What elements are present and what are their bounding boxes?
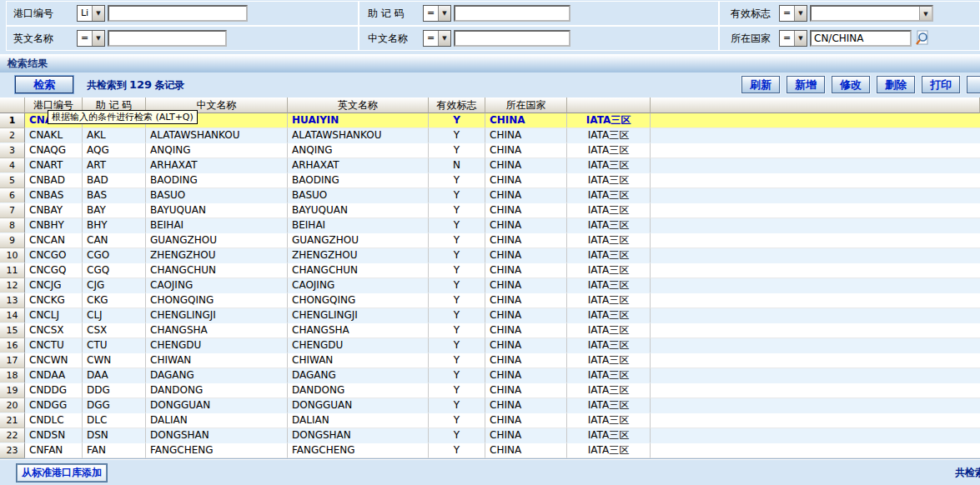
cell-mnemonic[interactable]: BAS bbox=[83, 188, 146, 203]
cell-country[interactable]: CHINA bbox=[485, 323, 567, 338]
cell-country[interactable]: CHINA bbox=[485, 158, 567, 173]
cell-iata-zone[interactable]: IATA三区 bbox=[567, 173, 651, 188]
cell-english-name[interactable]: DONGSHAN bbox=[288, 428, 429, 443]
cell-country[interactable]: CHINA bbox=[485, 413, 567, 428]
table-row[interactable]: 8CNBHYBHYBEIHAIBEIHAIYCHINAIATA三区 bbox=[0, 218, 980, 233]
cell-port-code[interactable]: CNBAY bbox=[25, 203, 83, 218]
cell-english-name[interactable]: DALIAN bbox=[288, 413, 429, 428]
cell-valid-flag[interactable]: Y bbox=[429, 398, 485, 413]
cell-mnemonic[interactable]: CGO bbox=[83, 248, 146, 263]
cell-mnemonic[interactable]: BHY bbox=[83, 218, 146, 233]
cell-chinese-name[interactable]: ALATAWSHANKOU bbox=[146, 128, 288, 143]
cell-country[interactable]: CHINA bbox=[485, 293, 567, 308]
lookup-magnifier-icon[interactable] bbox=[914, 30, 931, 47]
row-number[interactable]: 9 bbox=[0, 233, 25, 248]
table-row[interactable]: 2CNAKLAKLALATAWSHANKOUALATAWSHANKOUYCHIN… bbox=[0, 128, 980, 143]
valid-flag-select[interactable]: ▼ bbox=[810, 5, 933, 22]
cell-mnemonic[interactable]: CGQ bbox=[83, 263, 146, 278]
cell-valid-flag[interactable]: Y bbox=[429, 218, 485, 233]
cell-mnemonic[interactable]: CTU bbox=[83, 338, 146, 353]
cell-valid-flag[interactable]: Y bbox=[429, 143, 485, 158]
cell-chinese-name[interactable]: BASUO bbox=[146, 188, 288, 203]
cell-port-code[interactable]: CNAQG bbox=[25, 143, 83, 158]
cell-mnemonic[interactable]: DGG bbox=[83, 398, 146, 413]
cell-chinese-name[interactable]: DONGSHAN bbox=[146, 428, 288, 443]
cell-english-name[interactable]: BAYUQUAN bbox=[288, 203, 429, 218]
table-row[interactable]: 4CNARTARTARHAXATARHAXATNCHINAIATA三区 bbox=[0, 158, 980, 173]
port-code-operator-combo[interactable]: Li ▼ bbox=[77, 5, 105, 22]
english-name-input[interactable] bbox=[108, 30, 227, 47]
search-button[interactable]: 检索 bbox=[15, 76, 73, 93]
row-number[interactable]: 4 bbox=[0, 158, 25, 173]
cell-country[interactable]: CHINA bbox=[485, 188, 567, 203]
cell-mnemonic[interactable]: DAA bbox=[83, 368, 146, 383]
cell-valid-flag[interactable]: Y bbox=[429, 428, 485, 443]
mnemonic-input[interactable] bbox=[454, 5, 570, 22]
cell-country[interactable]: CHINA bbox=[485, 338, 567, 353]
cell-mnemonic[interactable]: FAN bbox=[83, 443, 146, 458]
cell-port-code[interactable]: CNCKG bbox=[25, 293, 83, 308]
row-number[interactable]: 13 bbox=[0, 293, 25, 308]
table-row[interactable]: 23CNFANFANFANGCHENGFANGCHENGYCHINAIATA三区 bbox=[0, 443, 980, 458]
cell-mnemonic[interactable]: CSX bbox=[83, 323, 146, 338]
cell-english-name[interactable]: BASUO bbox=[288, 188, 429, 203]
cell-country[interactable]: CHINA bbox=[485, 248, 567, 263]
cell-english-name[interactable]: ANQING bbox=[288, 143, 429, 158]
row-number[interactable]: 5 bbox=[0, 173, 25, 188]
cell-iata-zone[interactable]: IATA三区 bbox=[567, 413, 651, 428]
table-row[interactable]: 20CNDGGDGGDONGGUANDONGGUANYCHINAIATA三区 bbox=[0, 398, 980, 413]
cell-chinese-name[interactable]: CHANGCHUN bbox=[146, 263, 288, 278]
chevron-down-icon[interactable]: ▼ bbox=[438, 31, 450, 46]
table-row[interactable]: 16CNCTUCTUCHENGDUCHENGDUYCHINAIATA三区 bbox=[0, 338, 980, 353]
cell-port-code[interactable]: CNCGO bbox=[25, 248, 83, 263]
cell-english-name[interactable]: HUAIYIN bbox=[288, 113, 429, 128]
cell-valid-flag[interactable]: Y bbox=[429, 173, 485, 188]
cell-country[interactable]: CHINA bbox=[485, 398, 567, 413]
valid-flag-operator-combo[interactable]: = ▼ bbox=[779, 5, 807, 22]
refresh-button[interactable]: 刷新 bbox=[741, 76, 780, 93]
table-row[interactable]: 5CNBADBADBAODINGBAODINGYCHINAIATA三区 bbox=[0, 173, 980, 188]
row-number[interactable]: 8 bbox=[0, 218, 25, 233]
row-number[interactable]: 22 bbox=[0, 428, 25, 443]
cell-iata-zone[interactable]: IATA三区 bbox=[567, 353, 651, 368]
cell-english-name[interactable]: CHANGSHA bbox=[288, 323, 429, 338]
table-row[interactable]: 3CNAQGAQGANQINGANQINGYCHINAIATA三区 bbox=[0, 143, 980, 158]
row-number[interactable]: 21 bbox=[0, 413, 25, 428]
cell-country[interactable]: CHINA bbox=[485, 368, 567, 383]
cell-mnemonic[interactable]: BAY bbox=[83, 203, 146, 218]
direct-print-button[interactable]: 直 bbox=[967, 76, 980, 93]
cell-chinese-name[interactable]: BAYUQUAN bbox=[146, 203, 288, 218]
cell-valid-flag[interactable]: Y bbox=[429, 338, 485, 353]
row-number[interactable]: 7 bbox=[0, 203, 25, 218]
cell-valid-flag[interactable]: Y bbox=[429, 128, 485, 143]
cell-chinese-name[interactable]: DANDONG bbox=[146, 383, 288, 398]
table-row[interactable]: 13CNCKGCKGCHONGQINGCHONGQINGYCHINAIATA三区 bbox=[0, 293, 980, 308]
cell-mnemonic[interactable]: CWN bbox=[83, 353, 146, 368]
cell-iata-zone[interactable]: IATA三区 bbox=[567, 203, 651, 218]
cell-mnemonic[interactable]: CLJ bbox=[83, 308, 146, 323]
table-row[interactable]: 21CNDLCDLCDALIANDALIANYCHINAIATA三区 bbox=[0, 413, 980, 428]
cell-country[interactable]: CHINA bbox=[485, 218, 567, 233]
table-row[interactable]: 6CNBASBASBASUOBASUOYCHINAIATA三区 bbox=[0, 188, 980, 203]
table-row[interactable]: 10CNCGOCGOZHENGZHOUZHENGZHOUYCHINAIATA三区 bbox=[0, 248, 980, 263]
cell-english-name[interactable]: FANGCHENG bbox=[288, 443, 429, 458]
cell-chinese-name[interactable]: DONGGUAN bbox=[146, 398, 288, 413]
cell-valid-flag[interactable]: Y bbox=[429, 203, 485, 218]
cell-mnemonic[interactable]: ART bbox=[83, 158, 146, 173]
cell-iata-zone[interactable]: IATA三区 bbox=[567, 158, 651, 173]
cell-chinese-name[interactable]: DALIAN bbox=[146, 413, 288, 428]
cell-valid-flag[interactable]: Y bbox=[429, 233, 485, 248]
cell-iata-zone[interactable]: IATA三区 bbox=[567, 188, 651, 203]
row-number[interactable]: 14 bbox=[0, 308, 25, 323]
cell-valid-flag[interactable]: Y bbox=[429, 263, 485, 278]
row-number[interactable]: 23 bbox=[0, 443, 25, 458]
cell-valid-flag[interactable]: Y bbox=[429, 413, 485, 428]
cell-english-name[interactable]: DANDONG bbox=[288, 383, 429, 398]
cell-valid-flag[interactable]: Y bbox=[429, 188, 485, 203]
cell-english-name[interactable]: ALATAWSHANKOU bbox=[288, 128, 429, 143]
cell-chinese-name[interactable]: ARHAXAT bbox=[146, 158, 288, 173]
cell-chinese-name[interactable]: CHENGDU bbox=[146, 338, 288, 353]
english-name-operator-combo[interactable]: = ▼ bbox=[77, 30, 105, 47]
cell-chinese-name[interactable]: CHIWAN bbox=[146, 353, 288, 368]
cell-mnemonic[interactable]: AKL bbox=[83, 128, 146, 143]
